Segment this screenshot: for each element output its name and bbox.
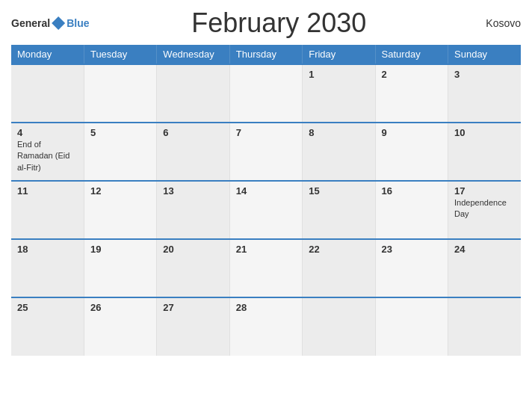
calendar-cell <box>157 64 229 123</box>
calendar-container: General Blue February 2030 Kosovo Monday… <box>0 0 532 411</box>
day-number: 18 <box>17 244 78 255</box>
day-number: 16 <box>382 185 442 197</box>
day-number: 11 <box>17 185 78 197</box>
calendar-cell: 16 <box>375 181 448 239</box>
day-number: 6 <box>163 127 223 138</box>
calendar-cell: 25 <box>11 297 84 356</box>
calendar-cell: 17Independence Day <box>448 181 521 239</box>
calendar-cell: 5 <box>84 123 156 181</box>
calendar-cell: 28 <box>229 297 302 356</box>
calendar-cell: 9 <box>375 123 448 181</box>
header-tuesday: Tuesday <box>84 45 156 64</box>
day-number: 20 <box>163 244 223 255</box>
calendar-cell: 10 <box>448 123 521 181</box>
calendar-table: Monday Tuesday Wednesday Thursday Friday… <box>11 45 521 356</box>
calendar-cell: 7 <box>229 123 302 181</box>
logo: General Blue <box>11 16 89 30</box>
calendar-cell: 3 <box>448 64 521 123</box>
calendar-cell: 15 <box>303 181 375 239</box>
calendar-cell: 4End of Ramadan (Eid al-Fitr) <box>11 123 84 181</box>
day-number: 9 <box>382 127 442 138</box>
calendar-cell: 19 <box>84 239 156 297</box>
calendar-week-row: 4End of Ramadan (Eid al-Fitr)5678910 <box>11 123 521 181</box>
calendar-cell <box>229 64 302 123</box>
calendar-cell: 8 <box>303 123 375 181</box>
logo-general: General <box>11 17 50 29</box>
calendar-week-row: 25262728 <box>11 297 521 356</box>
calendar-header: General Blue February 2030 Kosovo <box>11 7 521 39</box>
calendar-cell: 22 <box>303 239 375 297</box>
calendar-cell <box>375 297 448 356</box>
day-number: 27 <box>163 302 223 313</box>
country-label: Kosovo <box>468 17 521 29</box>
weekday-header-row: Monday Tuesday Wednesday Thursday Friday… <box>11 45 521 64</box>
event-text: End of Ramadan (Eid al-Fitr) <box>17 140 69 172</box>
calendar-title: February 2030 <box>89 7 468 39</box>
day-number: 10 <box>454 127 515 138</box>
day-number: 12 <box>90 185 150 197</box>
day-number: 5 <box>90 127 150 138</box>
calendar-cell: 21 <box>229 239 302 297</box>
calendar-cell <box>11 64 84 123</box>
calendar-cell: 26 <box>84 297 156 356</box>
day-number: 17 <box>454 185 515 197</box>
event-text: Independence Day <box>454 198 507 218</box>
day-number: 13 <box>163 185 223 197</box>
day-number: 22 <box>309 244 368 255</box>
calendar-week-row: 11121314151617Independence Day <box>11 181 521 239</box>
day-number: 4 <box>17 127 78 138</box>
logo-blue: Blue <box>66 17 89 29</box>
calendar-week-row: 18192021222324 <box>11 239 521 297</box>
calendar-cell: 20 <box>157 239 229 297</box>
day-number: 28 <box>236 302 296 313</box>
calendar-cell: 18 <box>11 239 84 297</box>
calendar-cell: 2 <box>375 64 448 123</box>
calendar-cell: 6 <box>157 123 229 181</box>
header-thursday: Thursday <box>229 45 302 64</box>
header-monday: Monday <box>11 45 84 64</box>
day-number: 19 <box>90 244 150 255</box>
calendar-cell <box>448 297 521 356</box>
day-number: 21 <box>236 244 296 255</box>
calendar-cell <box>84 64 156 123</box>
day-number: 8 <box>309 127 368 138</box>
day-number: 15 <box>309 185 368 197</box>
calendar-cell: 27 <box>157 297 229 356</box>
day-number: 14 <box>236 185 296 197</box>
calendar-cell: 1 <box>303 64 375 123</box>
day-number: 3 <box>454 69 515 80</box>
calendar-cell: 24 <box>448 239 521 297</box>
calendar-cell: 23 <box>375 239 448 297</box>
calendar-cell: 11 <box>11 181 84 239</box>
day-number: 26 <box>90 302 150 313</box>
calendar-week-row: 123 <box>11 64 521 123</box>
calendar-cell <box>303 297 375 356</box>
header-saturday: Saturday <box>375 45 448 64</box>
day-number: 23 <box>382 244 442 255</box>
day-number: 1 <box>309 69 368 80</box>
day-number: 24 <box>454 244 515 255</box>
day-number: 7 <box>236 127 296 138</box>
header-sunday: Sunday <box>448 45 521 64</box>
calendar-cell: 12 <box>84 181 156 239</box>
header-friday: Friday <box>303 45 375 64</box>
header-wednesday: Wednesday <box>157 45 229 64</box>
logo-icon <box>52 16 65 30</box>
calendar-cell: 13 <box>157 181 229 239</box>
calendar-cell: 14 <box>229 181 302 239</box>
day-number: 25 <box>17 302 78 313</box>
day-number: 2 <box>382 69 442 80</box>
